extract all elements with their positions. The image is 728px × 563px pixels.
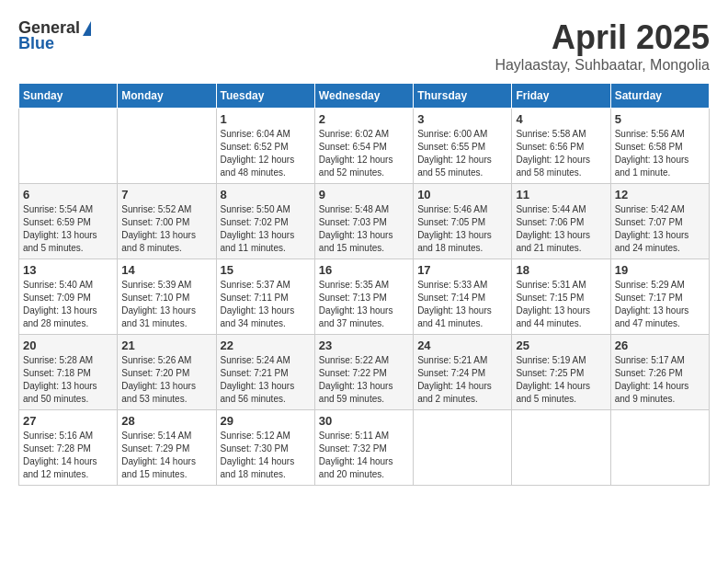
day-number: 16 xyxy=(319,263,409,277)
calendar-cell: 15Sunrise: 5:37 AM Sunset: 7:11 PM Dayli… xyxy=(216,259,314,335)
calendar-cell xyxy=(118,109,216,184)
day-number: 19 xyxy=(615,263,705,277)
day-info: Sunrise: 5:54 AM Sunset: 6:59 PM Dayligh… xyxy=(23,203,113,255)
day-number: 8 xyxy=(221,188,311,201)
day-number: 20 xyxy=(23,339,113,352)
day-info: Sunrise: 5:29 AM Sunset: 7:17 PM Dayligh… xyxy=(615,279,705,330)
calendar-cell: 29Sunrise: 5:12 AM Sunset: 7:30 PM Dayli… xyxy=(216,410,314,486)
day-info: Sunrise: 5:37 AM Sunset: 7:11 PM Dayligh… xyxy=(221,279,311,330)
calendar-cell: 6Sunrise: 5:54 AM Sunset: 6:59 PM Daylig… xyxy=(19,184,118,259)
day-number: 26 xyxy=(615,339,705,352)
day-info: Sunrise: 5:14 AM Sunset: 7:29 PM Dayligh… xyxy=(121,430,211,481)
page-header: General Blue April 2025 Haylaastay, Suhb… xyxy=(18,18,710,74)
day-number: 3 xyxy=(417,112,507,126)
day-info: Sunrise: 5:24 AM Sunset: 7:21 PM Dayligh… xyxy=(221,354,311,406)
calendar-cell: 12Sunrise: 5:42 AM Sunset: 7:07 PM Dayli… xyxy=(610,184,709,259)
day-info: Sunrise: 5:19 AM Sunset: 7:25 PM Dayligh… xyxy=(516,354,606,406)
week-row-4: 20Sunrise: 5:28 AM Sunset: 7:18 PM Dayli… xyxy=(19,335,710,410)
calendar-cell: 18Sunrise: 5:31 AM Sunset: 7:15 PM Dayli… xyxy=(512,259,610,335)
week-row-2: 6Sunrise: 5:54 AM Sunset: 6:59 PM Daylig… xyxy=(19,184,710,259)
day-info: Sunrise: 5:16 AM Sunset: 7:28 PM Dayligh… xyxy=(23,430,113,481)
day-number: 30 xyxy=(319,414,409,428)
day-number: 29 xyxy=(221,414,311,428)
day-info: Sunrise: 5:58 AM Sunset: 6:56 PM Dayligh… xyxy=(516,128,606,179)
calendar-cell: 27Sunrise: 5:16 AM Sunset: 7:28 PM Dayli… xyxy=(19,410,118,486)
day-info: Sunrise: 5:44 AM Sunset: 7:06 PM Dayligh… xyxy=(516,203,606,255)
weekday-header-sunday: Sunday xyxy=(19,84,118,109)
weekday-header-monday: Monday xyxy=(118,84,216,109)
day-number: 21 xyxy=(121,339,211,352)
calendar-cell: 21Sunrise: 5:26 AM Sunset: 7:20 PM Dayli… xyxy=(118,335,216,410)
day-info: Sunrise: 5:17 AM Sunset: 7:26 PM Dayligh… xyxy=(615,354,705,406)
month-title: April 2025 xyxy=(495,18,710,57)
day-number: 18 xyxy=(516,263,606,277)
day-info: Sunrise: 5:31 AM Sunset: 7:15 PM Dayligh… xyxy=(516,279,606,330)
calendar-cell: 30Sunrise: 5:11 AM Sunset: 7:32 PM Dayli… xyxy=(314,410,413,486)
calendar-cell xyxy=(19,109,118,184)
calendar-cell: 7Sunrise: 5:52 AM Sunset: 7:00 PM Daylig… xyxy=(118,184,216,259)
weekday-header-thursday: Thursday xyxy=(414,84,512,109)
day-info: Sunrise: 5:52 AM Sunset: 7:00 PM Dayligh… xyxy=(121,203,211,255)
weekday-header-row: SundayMondayTuesdayWednesdayThursdayFrid… xyxy=(19,84,710,109)
day-number: 10 xyxy=(417,188,507,201)
calendar-cell: 13Sunrise: 5:40 AM Sunset: 7:09 PM Dayli… xyxy=(19,259,118,335)
calendar-cell: 17Sunrise: 5:33 AM Sunset: 7:14 PM Dayli… xyxy=(414,259,512,335)
day-number: 17 xyxy=(417,263,507,277)
calendar-cell: 24Sunrise: 5:21 AM Sunset: 7:24 PM Dayli… xyxy=(414,335,512,410)
weekday-header-wednesday: Wednesday xyxy=(314,84,413,109)
day-number: 4 xyxy=(516,112,606,126)
day-info: Sunrise: 5:46 AM Sunset: 7:05 PM Dayligh… xyxy=(417,203,507,255)
logo-triangle-icon xyxy=(83,21,91,36)
week-row-5: 27Sunrise: 5:16 AM Sunset: 7:28 PM Dayli… xyxy=(19,410,710,486)
day-info: Sunrise: 6:04 AM Sunset: 6:52 PM Dayligh… xyxy=(221,128,311,179)
calendar-cell: 1Sunrise: 6:04 AM Sunset: 6:52 PM Daylig… xyxy=(216,109,314,184)
day-number: 23 xyxy=(319,339,409,352)
day-number: 5 xyxy=(615,112,705,126)
calendar-cell: 3Sunrise: 6:00 AM Sunset: 6:55 PM Daylig… xyxy=(414,109,512,184)
calendar-cell: 4Sunrise: 5:58 AM Sunset: 6:56 PM Daylig… xyxy=(512,109,610,184)
day-number: 7 xyxy=(121,188,211,201)
calendar-table: SundayMondayTuesdayWednesdayThursdayFrid… xyxy=(18,83,710,486)
day-info: Sunrise: 5:33 AM Sunset: 7:14 PM Dayligh… xyxy=(417,279,507,330)
day-info: Sunrise: 5:42 AM Sunset: 7:07 PM Dayligh… xyxy=(615,203,705,255)
calendar-cell: 19Sunrise: 5:29 AM Sunset: 7:17 PM Dayli… xyxy=(610,259,709,335)
calendar-cell: 2Sunrise: 6:02 AM Sunset: 6:54 PM Daylig… xyxy=(314,109,413,184)
day-number: 13 xyxy=(23,263,113,277)
title-area: April 2025 Haylaastay, Suhbaatar, Mongol… xyxy=(495,18,710,74)
day-number: 24 xyxy=(417,339,507,352)
weekday-header-saturday: Saturday xyxy=(610,84,709,109)
day-info: Sunrise: 5:48 AM Sunset: 7:03 PM Dayligh… xyxy=(319,203,409,255)
day-info: Sunrise: 5:26 AM Sunset: 7:20 PM Dayligh… xyxy=(121,354,211,406)
day-number: 11 xyxy=(516,188,606,201)
day-number: 28 xyxy=(121,414,211,428)
day-info: Sunrise: 6:02 AM Sunset: 6:54 PM Dayligh… xyxy=(319,128,409,179)
day-info: Sunrise: 5:11 AM Sunset: 7:32 PM Dayligh… xyxy=(319,430,409,481)
day-info: Sunrise: 5:22 AM Sunset: 7:22 PM Dayligh… xyxy=(319,354,409,406)
logo-blue-text: Blue xyxy=(18,34,54,53)
day-number: 2 xyxy=(319,112,409,126)
calendar-cell: 9Sunrise: 5:48 AM Sunset: 7:03 PM Daylig… xyxy=(314,184,413,259)
day-info: Sunrise: 5:56 AM Sunset: 6:58 PM Dayligh… xyxy=(615,128,705,179)
day-number: 22 xyxy=(221,339,311,352)
calendar-cell: 26Sunrise: 5:17 AM Sunset: 7:26 PM Dayli… xyxy=(610,335,709,410)
day-number: 25 xyxy=(516,339,606,352)
day-info: Sunrise: 5:35 AM Sunset: 7:13 PM Dayligh… xyxy=(319,279,409,330)
day-number: 14 xyxy=(121,263,211,277)
calendar-cell: 28Sunrise: 5:14 AM Sunset: 7:29 PM Dayli… xyxy=(118,410,216,486)
calendar-cell: 23Sunrise: 5:22 AM Sunset: 7:22 PM Dayli… xyxy=(314,335,413,410)
calendar-cell: 20Sunrise: 5:28 AM Sunset: 7:18 PM Dayli… xyxy=(19,335,118,410)
day-info: Sunrise: 5:39 AM Sunset: 7:10 PM Dayligh… xyxy=(121,279,211,330)
day-number: 27 xyxy=(23,414,113,428)
calendar-cell: 14Sunrise: 5:39 AM Sunset: 7:10 PM Dayli… xyxy=(118,259,216,335)
calendar-cell: 8Sunrise: 5:50 AM Sunset: 7:02 PM Daylig… xyxy=(216,184,314,259)
day-info: Sunrise: 5:28 AM Sunset: 7:18 PM Dayligh… xyxy=(23,354,113,406)
day-info: Sunrise: 5:21 AM Sunset: 7:24 PM Dayligh… xyxy=(417,354,507,406)
calendar-cell: 10Sunrise: 5:46 AM Sunset: 7:05 PM Dayli… xyxy=(414,184,512,259)
week-row-1: 1Sunrise: 6:04 AM Sunset: 6:52 PM Daylig… xyxy=(19,109,710,184)
day-info: Sunrise: 5:50 AM Sunset: 7:02 PM Dayligh… xyxy=(221,203,311,255)
day-number: 15 xyxy=(221,263,311,277)
day-number: 12 xyxy=(615,188,705,201)
calendar-cell: 16Sunrise: 5:35 AM Sunset: 7:13 PM Dayli… xyxy=(314,259,413,335)
location-title: Haylaastay, Suhbaatar, Mongolia xyxy=(495,57,710,74)
calendar-cell xyxy=(610,410,709,486)
